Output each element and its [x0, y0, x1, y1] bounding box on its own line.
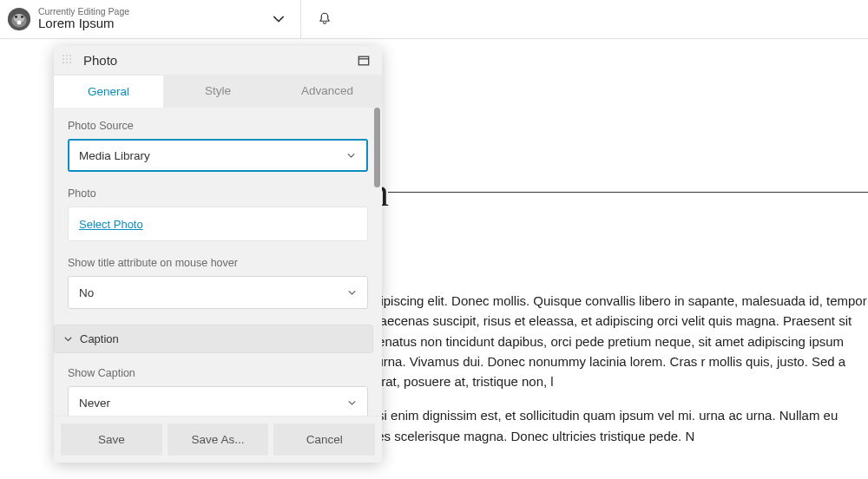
svg-rect-6: [358, 56, 368, 65]
photo-field: Select Photo: [68, 207, 368, 241]
save-button[interactable]: Save: [61, 423, 162, 456]
panel-tabs: General Style Advanced: [54, 75, 382, 108]
chevron-down-icon: [346, 151, 356, 161]
caption-section-label: Caption: [80, 332, 119, 345]
panel-header[interactable]: Photo: [54, 46, 382, 75]
caption-section-toggle[interactable]: Caption: [54, 325, 373, 353]
tab-style[interactable]: Style: [163, 75, 273, 108]
svg-rect-5: [17, 21, 21, 24]
panel-body: Photo Source Media Library Photo Select …: [54, 108, 382, 416]
panel-footer: Save Save As... Cancel: [54, 416, 382, 463]
show-title-select[interactable]: No: [68, 276, 368, 309]
show-title-value: No: [79, 286, 94, 299]
header-text: Currently Editing Page Lorem Ipsum: [38, 7, 129, 32]
window-icon: [358, 55, 370, 67]
cancel-button[interactable]: Cancel: [273, 423, 375, 456]
header-dropdown-toggle[interactable]: [273, 13, 285, 25]
panel-expand-button[interactable]: [358, 55, 370, 67]
svg-point-4: [21, 16, 23, 18]
photo-source-value: Media Library: [79, 149, 150, 162]
photo-label: Photo: [68, 187, 368, 200]
app-logo: [7, 7, 31, 31]
tab-advanced[interactable]: Advanced: [273, 75, 382, 108]
show-caption-value: Never: [79, 397, 110, 410]
chevron-down-icon: [63, 334, 73, 344]
settings-panel: Photo General Style Advanced Photo Sourc…: [54, 46, 382, 463]
photo-source-select[interactable]: Media Library: [68, 139, 368, 172]
show-caption-label: Show Caption: [68, 367, 368, 379]
save-as-button[interactable]: Save As...: [168, 423, 269, 456]
drag-grip-icon[interactable]: [62, 55, 75, 67]
bell-icon: [317, 11, 332, 27]
canvas-horizontal-rule: [388, 192, 868, 193]
topbar-separator: [300, 0, 301, 38]
header-subtitle: Currently Editing Page: [38, 7, 129, 16]
svg-point-3: [15, 16, 17, 18]
show-caption-select[interactable]: Never: [68, 386, 368, 416]
chevron-down-icon: [273, 13, 285, 25]
scrollbar-thumb[interactable]: [374, 108, 380, 187]
tab-general[interactable]: General: [54, 75, 163, 108]
panel-title: Photo: [83, 53, 358, 68]
beaver-logo-icon: [7, 7, 31, 31]
topbar: Currently Editing Page Lorem Ipsum: [0, 0, 868, 39]
photo-source-label: Photo Source: [68, 120, 368, 132]
chevron-down-icon: [347, 288, 357, 298]
header-title: Lorem Ipsum: [38, 16, 129, 31]
chevron-down-icon: [347, 398, 357, 408]
select-photo-link[interactable]: Select Photo: [79, 218, 143, 231]
notifications-button[interactable]: [317, 11, 332, 27]
show-title-label: Show title attribute on mouse hover: [68, 257, 368, 269]
